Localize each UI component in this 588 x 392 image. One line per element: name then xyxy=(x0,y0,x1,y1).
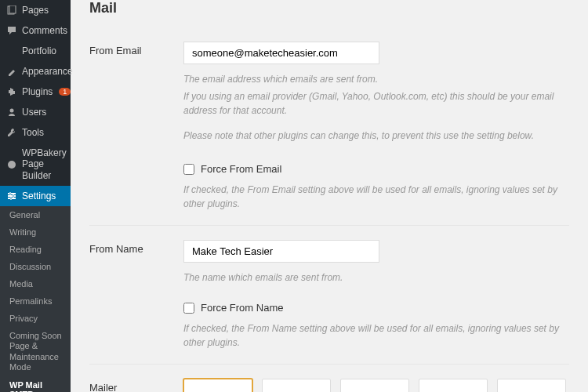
submenu-coming-soon[interactable]: Coming Soon Page & Maintenance Mode xyxy=(0,327,71,376)
mailer-box-sendgrid[interactable]: SendGrid xyxy=(419,379,488,392)
update-badge: 1 xyxy=(59,88,71,96)
sidebar-item-wpbakery[interactable]: WPBakery Page Builder xyxy=(0,143,71,186)
menu-label: Plugins xyxy=(22,86,53,97)
svg-point-7 xyxy=(9,193,12,195)
from-email-row: From Email The email address which email… xyxy=(89,27,569,226)
submenu-media[interactable]: Media xyxy=(0,275,71,292)
sidebar-item-comments[interactable]: Comments xyxy=(0,20,71,41)
users-icon xyxy=(6,107,17,118)
from-email-input[interactable] xyxy=(183,42,379,64)
from-email-label: From Email xyxy=(89,42,183,211)
main-content: Mail From Email The email address which … xyxy=(71,0,588,392)
menu-label: Tools xyxy=(22,127,44,138)
svg-point-2 xyxy=(10,109,14,113)
plugins-icon xyxy=(6,86,17,97)
force-from-name-hint: If checked, the From Name setting above … xyxy=(183,321,569,350)
submenu-reading[interactable]: Reading xyxy=(0,241,71,258)
submenu-permalinks[interactable]: Permalinks xyxy=(0,292,71,310)
menu-label: Users xyxy=(22,107,46,118)
settings-submenu: General Writing Reading Discussion Media… xyxy=(0,206,71,392)
force-from-email-checkbox[interactable]: Force From Email xyxy=(183,163,569,175)
mailer-box-other[interactable]: → xyxy=(497,379,566,392)
sidebar-item-plugins[interactable]: Plugins 1 xyxy=(0,82,71,102)
svg-rect-1 xyxy=(9,5,16,13)
menu-label: Portfolio xyxy=(22,45,56,56)
svg-point-8 xyxy=(13,195,15,198)
from-name-row: From Name The name which emails are sent… xyxy=(89,226,569,365)
sidebar-item-pages[interactable]: Pages xyxy=(0,0,71,20)
submenu-general[interactable]: General xyxy=(0,206,71,223)
from-name-input[interactable] xyxy=(183,240,379,263)
sidebar-item-users[interactable]: Users xyxy=(0,102,71,122)
svg-point-9 xyxy=(10,198,13,200)
mailer-box-default[interactable]: php xyxy=(183,379,252,392)
appearance-icon xyxy=(6,66,17,77)
pages-icon xyxy=(6,5,17,16)
force-from-email-input[interactable] xyxy=(183,164,194,175)
wpbakery-icon xyxy=(6,159,17,170)
menu-label: Settings xyxy=(22,191,56,201)
mailer-row: Mailer php Google @mailgunEmail Automati… xyxy=(89,365,569,392)
page-title: Mail xyxy=(89,0,569,16)
menu-label: Pages xyxy=(22,5,49,16)
menu-label: WPBakery Page Builder xyxy=(22,147,67,181)
force-from-name-label: Force From Name xyxy=(201,302,283,314)
admin-sidebar: Pages Comments Portfolio Appearance Plug… xyxy=(0,0,71,392)
force-from-email-label: Force From Email xyxy=(201,163,281,175)
portfolio-icon xyxy=(6,45,17,56)
sidebar-item-tools[interactable]: Tools xyxy=(0,122,71,143)
mailer-box-mailgun[interactable]: @mailgunEmail Automation xyxy=(340,379,409,392)
mailer-box-gmail[interactable]: Google xyxy=(262,379,331,392)
submenu-wp-mail-smtp[interactable]: WP Mail SMTP xyxy=(0,376,71,392)
force-from-email-hint: If checked, the From Email setting above… xyxy=(183,183,569,211)
submenu-writing[interactable]: Writing xyxy=(0,223,71,241)
comments-icon xyxy=(6,25,17,36)
mailer-label: Mailer xyxy=(89,379,183,392)
menu-label: Comments xyxy=(22,25,67,36)
submenu-discussion[interactable]: Discussion xyxy=(0,258,71,275)
from-name-hint: The name which emails are sent from. xyxy=(183,270,569,285)
mailer-options: php Google @mailgunEmail Automation Send… xyxy=(183,379,569,392)
force-from-name-input[interactable] xyxy=(183,303,194,314)
sidebar-item-appearance[interactable]: Appearance xyxy=(0,61,71,82)
svg-point-3 xyxy=(8,161,16,169)
force-from-name-checkbox[interactable]: Force From Name xyxy=(183,302,569,314)
menu-label: Appearance xyxy=(22,66,73,77)
from-name-label: From Name xyxy=(89,240,183,350)
sidebar-item-settings[interactable]: Settings xyxy=(0,186,71,206)
submenu-privacy[interactable]: Privacy xyxy=(0,310,71,327)
from-email-hint: The email address which emails are sent … xyxy=(183,72,569,143)
settings-icon xyxy=(6,191,17,201)
tools-icon xyxy=(6,127,17,138)
sidebar-item-portfolio[interactable]: Portfolio xyxy=(0,41,71,61)
